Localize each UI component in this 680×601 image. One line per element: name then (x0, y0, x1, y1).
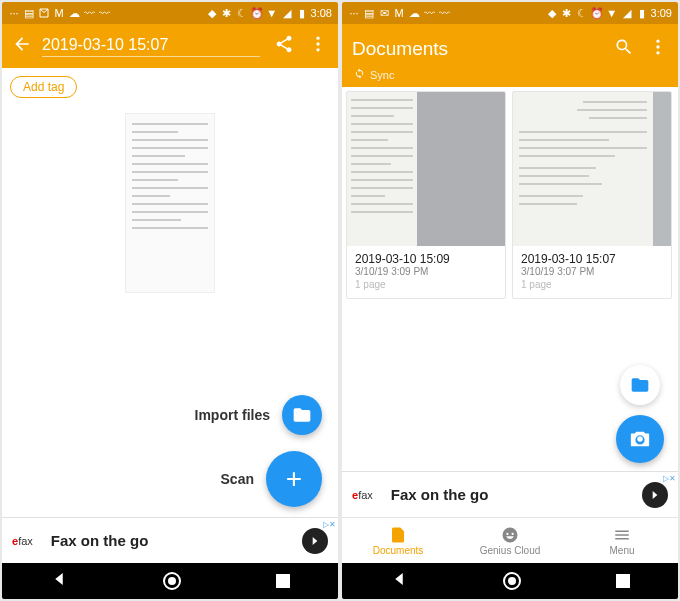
card-title: 2019-03-10 15:07 (521, 252, 663, 266)
bluetooth-icon: ✱ (561, 7, 573, 19)
status-left-icons: ··· ▤ M ☁ 〰 〰 (8, 7, 110, 19)
moon-icon: ☾ (576, 7, 588, 19)
card-title: 2019-03-10 15:09 (355, 252, 497, 266)
mail-icon (38, 7, 50, 19)
wifi-icon: ▼ (606, 7, 618, 19)
camera-fab[interactable] (616, 415, 664, 463)
ethereum-icon: ◆ (206, 7, 218, 19)
status-right-icons: ◆ ✱ ☾ ⏰ ▼ ◢ ▮ 3:08 (206, 7, 332, 19)
ad-logo: efax (12, 535, 33, 547)
android-nav-bar (342, 563, 678, 599)
activity-icon: 〰 (438, 7, 450, 19)
folder-fab[interactable] (620, 365, 660, 405)
activity-icon: 〰 (423, 7, 435, 19)
sync-icon (354, 68, 365, 81)
ad-arrow-icon[interactable] (642, 482, 668, 508)
tab-genius-cloud[interactable]: Genius Cloud (454, 518, 566, 563)
ethereum-icon: ◆ (546, 7, 558, 19)
svg-point-4 (656, 45, 659, 48)
tab-label: Menu (609, 545, 634, 556)
status-time: 3:09 (651, 7, 672, 19)
tab-label: Documents (373, 545, 424, 556)
cloud-icon: ☁ (408, 7, 420, 19)
import-files-fab[interactable] (282, 395, 322, 435)
sync-row[interactable]: Sync (342, 68, 678, 87)
svg-point-5 (656, 51, 659, 54)
status-right-icons: ◆ ✱ ☾ ⏰ ▼ ◢ ▮ 3:09 (546, 7, 672, 19)
card-subtitle: 3/10/19 3:07 PM (521, 266, 663, 277)
card-thumbnail (513, 92, 671, 246)
fab-stack: Import files Scan + (195, 395, 322, 507)
battery-icon: ▮ (636, 7, 648, 19)
back-button[interactable] (12, 34, 32, 58)
notif-icon: ··· (8, 7, 20, 19)
overflow-menu-button[interactable] (308, 34, 328, 58)
signal-icon: ◢ (621, 7, 633, 19)
adchoices-icon[interactable]: ▷✕ (663, 474, 676, 483)
svg-point-0 (316, 37, 319, 40)
scan-fab[interactable]: + (266, 451, 322, 507)
nav-home-button[interactable] (503, 572, 521, 590)
add-tag-button[interactable]: Add tag (10, 76, 77, 98)
alarm-icon: ⏰ (591, 7, 603, 19)
ad-text: Fax on the go (51, 532, 302, 549)
nav-recents-button[interactable] (276, 574, 290, 588)
bottom-tabs: Documents Genius Cloud Menu (342, 517, 678, 563)
battery-icon: ▮ (296, 7, 308, 19)
import-label: Import files (195, 407, 270, 423)
document-card[interactable]: 2019-03-10 15:09 3/10/19 3:09 PM 1 page (346, 91, 506, 299)
app-icon: ▤ (23, 7, 35, 19)
status-bar: ··· ▤ ✉ M ☁ 〰 〰 ◆ ✱ ☾ ⏰ ▼ ◢ ▮ 3:09 (342, 2, 678, 24)
ad-logo: efax (352, 489, 373, 501)
tab-documents[interactable]: Documents (342, 518, 454, 563)
ad-banner[interactable]: efax Fax on the go ▷✕ (342, 471, 678, 517)
notif-icon: ··· (348, 7, 360, 19)
nav-home-button[interactable] (163, 572, 181, 590)
wifi-icon: ▼ (266, 7, 278, 19)
alarm-icon: ⏰ (251, 7, 263, 19)
activity-icon: 〰 (83, 7, 95, 19)
svg-point-1 (316, 42, 319, 45)
scan-label: Scan (221, 471, 254, 487)
tab-label: Genius Cloud (480, 545, 541, 556)
adchoices-icon[interactable]: ▷✕ (323, 520, 336, 529)
search-button[interactable] (614, 37, 634, 61)
app-bar: 2019-03-10 15:07 (2, 24, 338, 68)
card-pages: 1 page (521, 279, 663, 290)
document-card[interactable]: 2019-03-10 15:07 3/10/19 3:07 PM 1 page (512, 91, 672, 299)
document-title-input[interactable]: 2019-03-10 15:07 (42, 36, 260, 57)
signal-icon: ◢ (281, 7, 293, 19)
ad-arrow-icon[interactable] (302, 528, 328, 554)
moon-icon: ☾ (236, 7, 248, 19)
ad-text: Fax on the go (391, 486, 642, 503)
mail-icon: ✉ (378, 7, 390, 19)
bluetooth-icon: ✱ (221, 7, 233, 19)
phone-right: ··· ▤ ✉ M ☁ 〰 〰 ◆ ✱ ☾ ⏰ ▼ ◢ ▮ 3:09 Docum… (342, 2, 678, 599)
svg-point-3 (656, 40, 659, 43)
activity-icon: 〰 (98, 7, 110, 19)
nav-recents-button[interactable] (616, 574, 630, 588)
status-bar: ··· ▤ M ☁ 〰 〰 ◆ ✱ ☾ ⏰ ▼ ◢ ▮ 3:08 (2, 2, 338, 24)
share-button[interactable] (274, 34, 294, 58)
nav-back-button[interactable] (50, 570, 68, 592)
cloud-icon: ☁ (68, 7, 80, 19)
android-nav-bar (2, 563, 338, 599)
overflow-menu-button[interactable] (648, 37, 668, 61)
nav-back-button[interactable] (390, 570, 408, 592)
card-pages: 1 page (355, 279, 497, 290)
card-thumbnail (347, 92, 505, 246)
card-subtitle: 3/10/19 3:09 PM (355, 266, 497, 277)
scanned-receipt-preview[interactable] (125, 113, 215, 293)
ad-banner[interactable]: efax Fax on the go ▷✕ (2, 517, 338, 563)
tab-menu[interactable]: Menu (566, 518, 678, 563)
app-bar: Documents (342, 24, 678, 68)
screen-title: Documents (352, 38, 600, 60)
svg-point-2 (316, 48, 319, 51)
gmail-icon: M (53, 7, 65, 19)
app-icon: ▤ (363, 7, 375, 19)
fab-stack (616, 365, 664, 463)
status-left-icons: ··· ▤ ✉ M ☁ 〰 〰 (348, 7, 450, 19)
gmail-icon: M (393, 7, 405, 19)
phone-left: ··· ▤ M ☁ 〰 〰 ◆ ✱ ☾ ⏰ ▼ ◢ ▮ 3:08 2019-03… (2, 2, 338, 599)
documents-grid: 2019-03-10 15:09 3/10/19 3:09 PM 1 page (342, 87, 678, 303)
